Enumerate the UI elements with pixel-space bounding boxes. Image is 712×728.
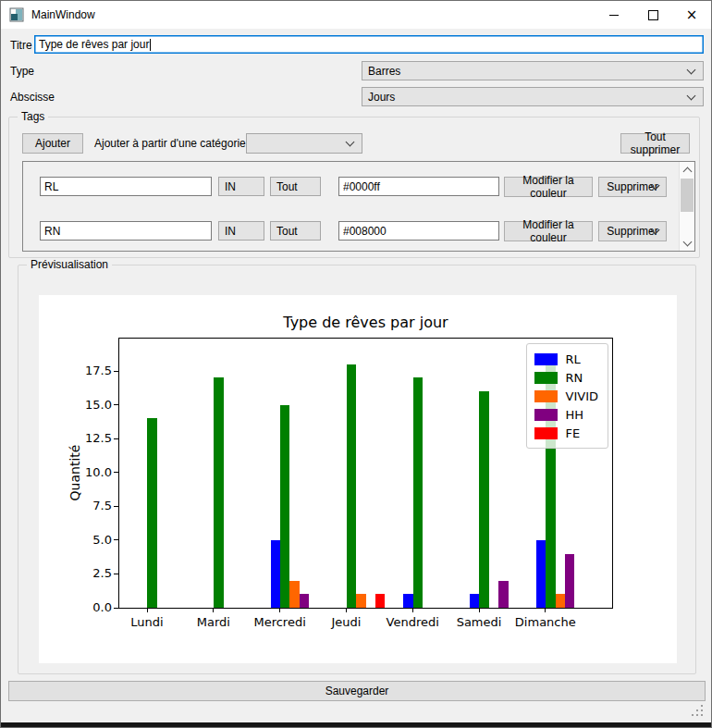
y-tick-mark (114, 506, 118, 507)
legend-label: FE (566, 426, 581, 440)
plot-area: 0.02.55.07.510.012.515.017.5LundiMardiMe… (118, 338, 613, 609)
tag-scope-select[interactable]: Tout (270, 221, 321, 241)
tag-row: IN Tout Modifier la couleur Supprimer (40, 221, 667, 241)
titlebar[interactable]: MainWindow × (1, 1, 711, 29)
legend-swatch-VIVID (534, 390, 558, 402)
tag-op-select[interactable]: IN (218, 221, 264, 241)
resize-grip[interactable] (692, 705, 703, 716)
scroll-up-button[interactable] (680, 162, 694, 178)
titre-label: Titre (10, 39, 32, 52)
y-tick-mark (114, 608, 118, 609)
x-tick-mark (479, 609, 480, 612)
legend-item: VIVID (534, 387, 598, 405)
y-tick-label: 5.0 (75, 533, 112, 547)
legend-label: RN (566, 371, 583, 385)
bar-HH-Samedi (498, 581, 508, 608)
chart-title: Type de rêves par jour (118, 314, 613, 331)
y-tick-mark (114, 539, 118, 540)
x-tick-mark (412, 609, 413, 612)
category-select[interactable] (246, 133, 362, 154)
legend-label: VIVID (566, 389, 598, 403)
maximize-button[interactable] (633, 1, 672, 29)
y-tick-mark (114, 438, 118, 439)
chart-canvas: Type de rêves par jour Quantité 0.02.55.… (39, 295, 677, 663)
scroll-down-button[interactable] (680, 235, 694, 251)
type-select[interactable]: Barres (362, 61, 704, 80)
minimize-icon (609, 15, 619, 16)
add-button[interactable]: Ajouter (22, 133, 83, 154)
tag-op-select[interactable]: IN (218, 177, 264, 196)
type-label: Type (10, 65, 34, 78)
edit-color-button[interactable]: Modifier la couleur (504, 221, 593, 241)
bar-RN-Vendredi (413, 377, 423, 608)
tags-scroll-area: IN Tout Modifier la couleur Supprimer IN… (22, 161, 695, 252)
abscisse-select-value: Jours (368, 91, 395, 104)
bar-RN-Mardi (214, 377, 223, 608)
background-strip (1, 722, 711, 727)
bar-RL-Mercredi (271, 540, 280, 608)
add-from-category-label: Ajouter à partir d'une catégorie (94, 137, 246, 150)
y-tick-label: 12.5 (75, 431, 112, 445)
titre-input-text: Type de rêves par jour (39, 38, 149, 51)
bar-FE-Jeudi (375, 594, 385, 608)
minimize-button[interactable] (595, 1, 633, 29)
y-tick-label: 2.5 (75, 566, 112, 580)
y-tick-label: 17.5 (75, 364, 112, 377)
bar-RN-Mercredi (280, 405, 289, 608)
bar-HH-Mercredi (300, 594, 309, 608)
delete-all-button[interactable]: Tout supprimer (620, 133, 690, 154)
maximize-icon (648, 10, 658, 20)
bar-VIVID-Jeudi (356, 594, 365, 608)
y-tick-label: 0.0 (75, 600, 112, 614)
close-button[interactable]: × (672, 1, 711, 29)
window-title: MainWindow (31, 8, 95, 21)
legend-item: HH (534, 405, 598, 424)
bar-RN-Jeudi (347, 364, 356, 608)
tag-row: IN Tout Modifier la couleur Supprimer (40, 177, 667, 196)
edit-color-button[interactable]: Modifier la couleur (504, 177, 593, 197)
window-controls: × (595, 1, 711, 29)
bar-RN-Lundi (147, 418, 156, 608)
y-tick-label: 15.0 (75, 398, 112, 412)
legend-item: RL (534, 350, 598, 368)
chevron-up-icon (682, 167, 692, 177)
tag-name-input[interactable] (40, 177, 212, 196)
tag-color-input[interactable] (338, 221, 499, 241)
x-tick-mark (147, 609, 148, 612)
bar-RL-Dimanche (536, 540, 546, 608)
tag-scope-select[interactable]: Tout (270, 177, 321, 196)
chevron-down-icon (687, 91, 696, 100)
bar-VIVID-Mercredi (289, 581, 299, 608)
preview-groupbox: Prévisualisation Type de rêves par jour … (18, 265, 696, 674)
y-tick-mark (114, 472, 118, 473)
chevron-down-icon (346, 138, 355, 147)
chevron-down-icon (682, 237, 692, 246)
tag-name-input[interactable] (40, 221, 212, 241)
bar-RL-Vendredi (403, 594, 412, 608)
scrollbar[interactable] (679, 162, 694, 251)
x-tick-mark (213, 609, 214, 612)
close-icon: × (686, 8, 698, 22)
legend-item: RN (534, 368, 598, 387)
abscisse-select[interactable]: Jours (362, 87, 704, 106)
scroll-thumb[interactable] (681, 179, 694, 212)
tags-groupbox: Tags Ajouter Ajouter à partir d'une caté… (8, 117, 700, 258)
titre-input[interactable]: Type de rêves par jour (34, 35, 704, 54)
bar-RL-Samedi (470, 594, 479, 608)
legend-label: RL (566, 352, 581, 366)
legend-label: HH (566, 408, 584, 422)
bar-RN-Samedi (479, 391, 488, 608)
abscisse-label: Abscisse (10, 91, 55, 104)
tag-color-input[interactable] (338, 177, 499, 196)
y-tick-label: 7.5 (75, 499, 112, 512)
legend-item: FE (534, 424, 598, 442)
x-tick-label: Dimanche (504, 615, 587, 629)
x-tick-mark (279, 609, 280, 612)
save-button[interactable]: Sauvegarder (8, 681, 706, 701)
bar-VIVID-Dimanche (556, 594, 565, 608)
y-tick-mark (114, 404, 118, 405)
legend-swatch-RN (534, 372, 558, 384)
chevron-down-icon (687, 65, 696, 74)
app-icon (9, 7, 24, 22)
legend-swatch-FE (534, 427, 558, 439)
